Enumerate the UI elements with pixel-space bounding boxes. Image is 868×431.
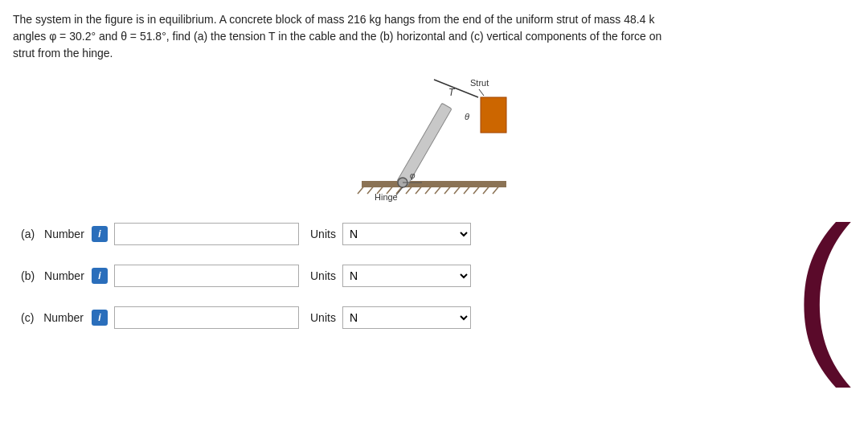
svg-line-21 — [479, 89, 484, 96]
svg-rect-18 — [481, 97, 506, 133]
answer-label-1: (b) Number — [21, 269, 85, 282]
units-select-2[interactable]: NkNlbf — [342, 306, 471, 329]
units-select-1[interactable]: NkNlbf — [342, 265, 471, 287]
figure-label-strut: Strut — [470, 78, 489, 88]
answers-section: (a) Number i Units NkNlbf (b) Number i U… — [13, 223, 575, 329]
info-button-0[interactable]: i — [92, 226, 108, 242]
figure-label-theta: θ — [465, 112, 469, 121]
units-label-0: Units — [310, 228, 336, 240]
answer-label-0: (a) Number — [21, 228, 85, 240]
problem-text: The system in the figure is in equilibri… — [13, 11, 752, 62]
answer-row-c: (c) Number i Units NkNlbf — [21, 306, 575, 329]
problem-line3: strut from the hinge. — [13, 47, 113, 60]
number-input-2[interactable] — [114, 306, 299, 329]
answer-label-2: (c) Number — [21, 311, 85, 324]
svg-rect-16 — [397, 103, 452, 187]
figure-svg: T φ θ Strut Hinge — [330, 72, 538, 208]
part-label-0: (a) — [21, 228, 35, 240]
info-button-1[interactable]: i — [92, 268, 108, 284]
answer-row-b: (b) Number i Units NkNlbf — [21, 265, 575, 287]
part-label-2: (c) — [21, 311, 34, 324]
units-label-2: Units — [310, 311, 336, 324]
number-input-1[interactable] — [114, 265, 299, 287]
number-input-0[interactable] — [114, 223, 299, 245]
part-label-1: (b) — [21, 269, 35, 282]
figure-area: T φ θ Strut Hinge — [13, 72, 855, 208]
units-label-1: Units — [310, 269, 336, 282]
figure-label-T: T — [448, 87, 456, 98]
answer-row-a: (a) Number i Units NkNlbf — [21, 223, 575, 245]
number-label-2: Number — [43, 311, 84, 324]
figure-container: T φ θ Strut Hinge — [330, 72, 538, 208]
problem-line1: The system in the figure is in equilibri… — [13, 13, 654, 26]
figure-label-hinge: Hinge — [375, 192, 398, 202]
number-label-0: Number — [44, 228, 84, 240]
number-label-1: Number — [44, 269, 84, 282]
units-select-0[interactable]: NkNlbf — [342, 223, 471, 245]
problem-line2: angles φ = 30.2° and θ = 51.8°, find (a)… — [13, 30, 661, 43]
svg-text:φ: φ — [410, 171, 416, 180]
big-bracket: ( — [793, 201, 852, 378]
page: The system in the figure is in equilibri… — [0, 0, 868, 337]
info-button-2[interactable]: i — [92, 310, 108, 326]
